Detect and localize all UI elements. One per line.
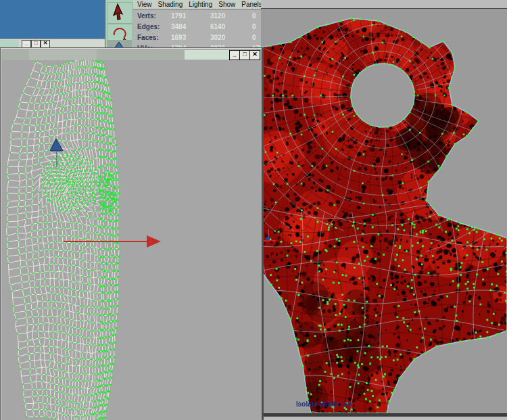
menu-lighting[interactable]: Lighting [189,1,212,8]
uv-mesh-render[interactable] [2,60,260,420]
menu-show[interactable]: Show [218,1,235,8]
maximize-icon[interactable]: □ [239,50,250,60]
window-controls: _ □ ✕ [230,50,260,60]
titlebar-highlight [185,50,229,60]
edges-col2: 6140 [210,23,225,30]
isolate-select-hud: Isolate Select: on [296,400,352,408]
menu-panels[interactable]: Panels [241,1,262,8]
viewport-bottom-pad [261,417,507,420]
edges-selected: 0 [252,23,256,30]
move-manipulator-x-axis[interactable] [264,240,276,241]
edges-label: Edges: [137,23,160,30]
edges-total: 3484 [171,23,186,30]
maximize-icon[interactable]: □ [31,40,41,48]
viewport-top-strip [261,0,507,8]
menu-view[interactable]: View [137,1,152,8]
perspective-viewport[interactable]: Isolate Select: on [261,0,507,420]
tool-palette [105,0,134,48]
faces-total: 1693 [171,34,186,41]
minimized-window-title-area [0,40,19,47]
menu-shading[interactable]: Shading [158,1,183,8]
verts-label: Verts: [137,12,156,20]
faces-label: Faces: [137,34,159,41]
minimize-icon[interactable]: _ [229,50,240,60]
select-arrow-tool[interactable] [107,2,132,24]
creature-mesh-render[interactable] [261,9,507,413]
select-arrow-icon [107,3,130,22]
close-icon[interactable]: ✕ [249,50,260,60]
faces-selected: 0 [252,34,256,41]
stats-row-verts: Verts: 1791 3120 0 [133,11,263,22]
uv-editor-titlebar[interactable]: _ □ ✕ [2,49,260,61]
stats-row-faces: Faces: 1693 3020 0 [133,32,263,43]
minimize-icon[interactable]: _ [22,40,31,48]
panel-menubar: View Shading Lighting Show Panels [133,0,263,9]
uv-texture-editor-window[interactable]: _ □ ✕ [0,47,264,420]
verts-col2: 3120 [210,12,225,20]
move-manipulator-center[interactable] [266,237,270,240]
poly-count-hud: Verts: 1791 3120 0 Edges: 3484 6140 0 Fa… [133,9,263,49]
stats-row-edges: Edges: 3484 6140 0 [133,22,263,32]
close-icon[interactable]: ✕ [41,40,50,48]
maya-panel-header: View Shading Lighting Show Panels Verts:… [105,0,263,48]
titlebar-segment [29,49,97,60]
verts-total: 1791 [171,12,186,20]
verts-selected: 0 [252,12,256,20]
faces-col2: 3020 [210,34,225,41]
background-blue-window[interactable] [0,0,109,39]
